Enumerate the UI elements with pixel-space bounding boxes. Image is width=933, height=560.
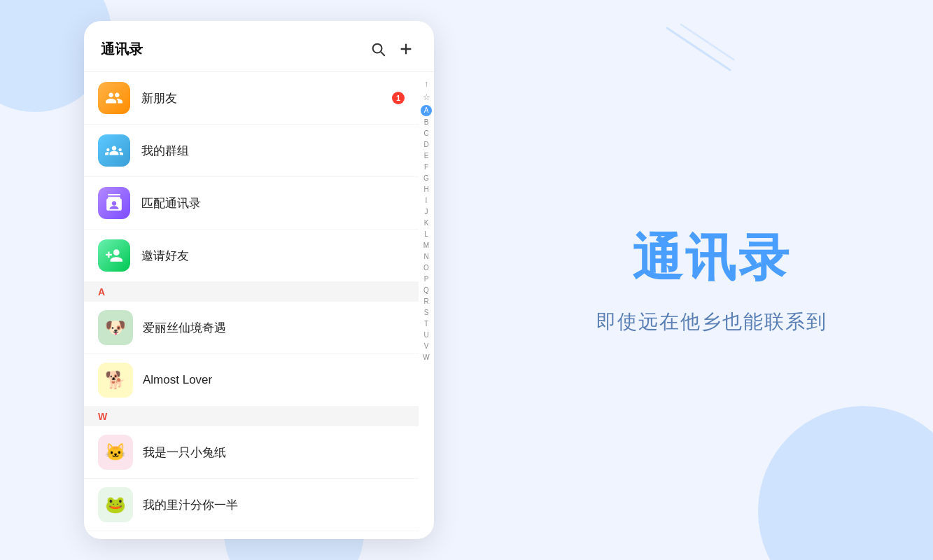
alpha-item-T[interactable]: T [419,318,434,330]
alpha-item-P[interactable]: P [419,274,434,285]
phone-card: 通讯录 [84,21,434,539]
my-groups-label: 我的群组 [141,143,405,159]
alpha-item-Q[interactable]: Q [419,285,434,296]
contact-name-almost-lover: Almost Lover [143,373,212,387]
alpha-item-R[interactable]: R [419,296,434,307]
card-header: 通讯录 [84,21,434,72]
contact-item-half[interactable]: 🐸 我的里汁分你一半 [84,479,419,531]
menu-item-my-groups[interactable]: 我的群组 [84,125,419,177]
right-title: 通讯录 [632,225,792,292]
avatar-half: 🐸 [98,487,133,522]
my-groups-icon [98,134,130,167]
search-button[interactable] [367,38,389,60]
add-button[interactable] [395,38,417,60]
alpha-item-E[interactable]: E [419,150,434,162]
alpha-item-S[interactable]: S [419,307,434,318]
avatar-alice: 🐶 [98,310,133,345]
section-header-w: W [84,407,419,426]
alpha-item-V[interactable]: V [419,341,434,352]
alpha-item-L[interactable]: L [419,229,434,240]
contact-list: 新朋友 1 我的群组 匹配通讯录 [84,72,419,539]
alpha-item-I[interactable]: I [419,195,434,206]
avatar-rabbit: 🐱 [98,435,133,470]
contact-item-almost-lover[interactable]: 🐕 Almost Lover [84,354,419,407]
alphabet-index: ↑☆ABCDEFGHIJKLMNOPQRSTUVW [419,72,434,539]
alpha-item-D[interactable]: D [419,139,434,150]
match-contacts-label: 匹配通讯录 [141,195,405,211]
match-contacts-icon [98,187,130,219]
contact-name-half: 我的里汁分你一半 [143,497,238,513]
alpha-item-B[interactable]: B [419,117,434,128]
contact-name-alice: 爱丽丝仙境奇遇 [143,320,226,336]
invite-friends-label: 邀请好友 [141,248,405,264]
alpha-item-M[interactable]: M [419,240,434,251]
contact-name-rabbit: 我是一只小兔纸 [143,444,226,461]
alpha-item-O[interactable]: O [419,262,434,274]
invite-friends-icon [98,239,130,272]
main-layout: 通讯录 [0,0,933,560]
right-subtitle: 即使远在他乡也能联系到 [596,309,827,335]
section-header-a: A [84,282,419,302]
menu-item-match-contacts[interactable]: 匹配通讯录 [84,177,419,230]
card-title: 通讯录 [101,40,143,59]
alpha-item-U[interactable]: U [419,330,434,341]
alpha-item-K[interactable]: K [419,218,434,229]
contact-item-alice[interactable]: 🐶 爱丽丝仙境奇遇 [84,302,419,354]
header-icons [367,38,417,60]
alpha-item-↑[interactable]: ↑ [419,78,434,91]
alpha-item-J[interactable]: J [419,206,434,218]
alpha-item-A[interactable]: A [421,105,432,116]
alpha-item-C[interactable]: C [419,128,434,139]
menu-item-invite-friends[interactable]: 邀请好友 [84,230,419,282]
alpha-item-N[interactable]: N [419,251,434,262]
new-friends-label: 新朋友 [141,90,388,106]
svg-line-3 [381,52,384,55]
left-panel: 通讯录 [0,0,490,560]
alpha-item-H[interactable]: H [419,184,434,195]
avatar-almost-lover: 🐕 [98,363,133,398]
menu-item-new-friends[interactable]: 新朋友 1 [84,72,419,125]
alpha-item-F[interactable]: F [419,162,434,173]
right-panel: 通讯录 即使远在他乡也能联系到 [490,0,933,560]
contact-item-rabbit[interactable]: 🐱 我是一只小兔纸 [84,426,419,479]
card-content: 新朋友 1 我的群组 匹配通讯录 [84,72,434,539]
new-friends-badge: 1 [392,92,405,104]
alpha-item-W[interactable]: W [419,352,434,363]
alpha-item-☆[interactable]: ☆ [419,91,434,104]
new-friends-icon [98,82,130,114]
alpha-item-G[interactable]: G [419,173,434,184]
